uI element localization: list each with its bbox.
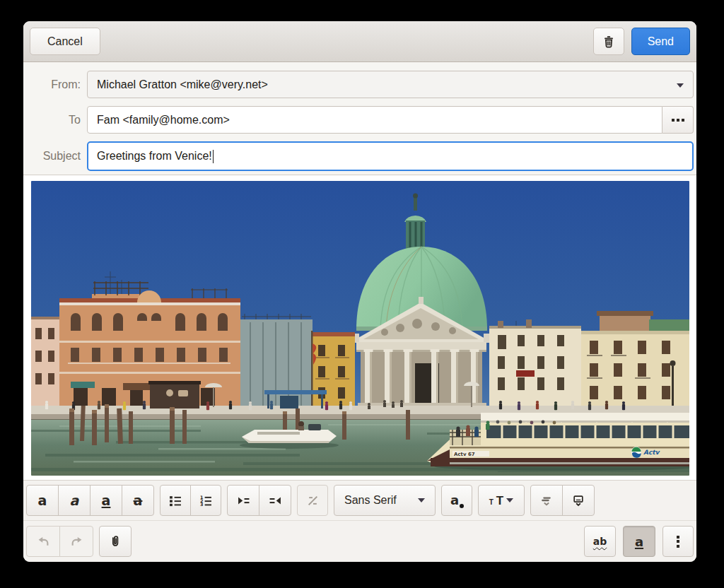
action-toolbar: ab a — [23, 521, 696, 562]
insert-rule-button[interactable] — [530, 485, 563, 516]
redo-button[interactable] — [59, 526, 93, 557]
to-input[interactable]: Fam <family@home.com> — [87, 106, 662, 134]
insert-image-button[interactable] — [562, 485, 595, 516]
underline-icon: a — [102, 494, 111, 507]
indent-icon — [238, 495, 250, 507]
subject-value: Greetings from Venice! — [97, 150, 212, 163]
send-button[interactable]: Send — [631, 28, 690, 55]
to-value: Fam <family@home.com> — [97, 114, 230, 127]
from-label: From: — [23, 78, 87, 91]
svg-text:3: 3 — [200, 502, 203, 507]
list-group: 1 2 3 — [160, 485, 221, 516]
indent-group — [227, 485, 291, 516]
undo-icon — [37, 536, 49, 548]
trash-icon — [602, 35, 615, 48]
cancel-button[interactable]: Cancel — [30, 28, 100, 55]
text-style-group: a a a a — [26, 485, 154, 516]
italic-button[interactable]: a — [58, 485, 90, 516]
from-value: Michael Gratton <mike@very.net> — [97, 78, 268, 91]
redo-icon — [71, 536, 83, 548]
undo-button[interactable] — [26, 526, 60, 557]
subject-row: Subject Greetings from Venice! — [23, 141, 694, 171]
to-row: To Fam <family@home.com> — [23, 106, 694, 134]
spell-check-icon: ab — [593, 536, 607, 547]
bold-button[interactable]: a — [26, 485, 59, 516]
color-dot — [460, 504, 464, 508]
outdent-icon — [269, 495, 281, 507]
font-size-selector[interactable]: T T — [478, 485, 525, 516]
text-caret — [213, 150, 214, 163]
bullet-list-icon — [169, 495, 182, 507]
italic-icon: a — [70, 494, 79, 507]
composer-window: Cancel Send From: Michael Gratton <mike — [23, 21, 696, 562]
strikethrough-icon: a — [134, 494, 143, 507]
envelope-area: From: Michael Gratton <mike@very.net> To… — [23, 62, 696, 175]
underline-button[interactable]: a — [90, 485, 122, 516]
chevron-down-icon — [418, 498, 425, 502]
from-selector[interactable]: Michael Gratton <mike@very.net> — [87, 71, 694, 98]
spell-check-button[interactable]: ab — [584, 526, 616, 557]
rich-text-toggle-button[interactable]: a — [623, 526, 655, 557]
discard-button[interactable] — [593, 28, 624, 55]
chevron-down-icon — [677, 83, 684, 88]
bullet-list-button[interactable] — [160, 485, 191, 516]
numbered-list-button[interactable]: 1 2 3 — [190, 485, 221, 516]
more-dots-icon — [672, 119, 684, 122]
subject-label: Subject — [23, 150, 87, 163]
remove-format-button[interactable] — [297, 485, 328, 516]
strikethrough-button[interactable]: a — [122, 485, 154, 516]
from-row: From: Michael Gratton <mike@very.net> — [23, 71, 694, 98]
to-label: To — [23, 114, 87, 127]
chevron-down-icon — [506, 498, 513, 502]
outdent-button[interactable] — [259, 485, 291, 516]
font-family-selector[interactable]: Sans Serif — [334, 485, 436, 516]
show-extended-fields-button[interactable] — [662, 106, 694, 134]
paperclip-icon — [109, 535, 122, 548]
right-action-group: ab a — [584, 526, 694, 557]
numbered-list-icon: 1 2 3 — [199, 495, 212, 507]
font-size-large-icon: T — [496, 495, 503, 507]
font-color-button[interactable]: a — [441, 485, 472, 516]
bold-icon: a — [38, 494, 47, 507]
font-size-small-icon: T — [489, 499, 494, 506]
rich-text-icon: a — [635, 534, 643, 549]
font-family-value: Sans Serif — [344, 494, 397, 507]
insert-image-icon — [572, 495, 585, 507]
format-toolbar: a a a a 1 2 3 — [23, 480, 696, 521]
venice-photo[interactable]: Actv 67 Actv — [31, 181, 689, 476]
indent-button[interactable] — [227, 485, 259, 516]
vaporetto-bow-text: Actv 67 — [454, 452, 475, 457]
vaporetto-logo-text: Actv — [643, 449, 660, 456]
attach-file-button[interactable] — [99, 526, 132, 557]
subject-input[interactable]: Greetings from Venice! — [87, 141, 694, 171]
desktop-background: Cancel Send From: Michael Gratton <mike — [0, 0, 724, 588]
insert-group — [530, 485, 595, 516]
remove-format-icon — [307, 495, 319, 507]
history-group — [26, 526, 93, 557]
message-body-editor[interactable]: Actv 67 Actv — [23, 175, 696, 480]
horizontal-rule-icon — [540, 495, 553, 507]
menu-dots-icon — [677, 536, 679, 548]
header-bar: Cancel Send — [23, 21, 696, 62]
menu-button[interactable] — [662, 526, 694, 557]
font-color-icon: a — [450, 493, 459, 507]
